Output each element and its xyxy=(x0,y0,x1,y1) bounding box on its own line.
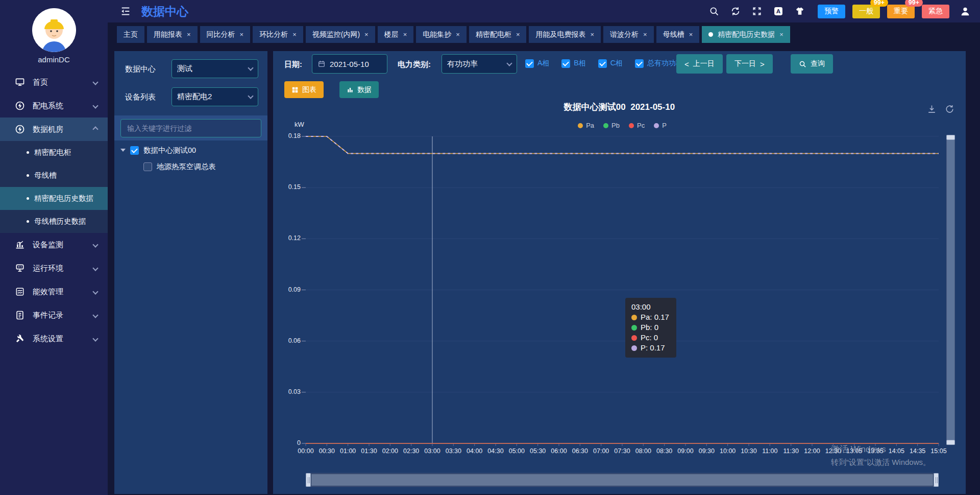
close-tab-icon[interactable]: × xyxy=(689,31,693,38)
close-tab-icon[interactable]: × xyxy=(292,31,297,38)
checkbox-icon[interactable] xyxy=(598,59,607,68)
phase-checkbox[interactable]: A相 xyxy=(525,59,549,68)
phase-checkbox[interactable]: 总有功功率 xyxy=(635,59,683,68)
tab[interactable]: 楼层× xyxy=(378,26,414,43)
collapse-menu-icon[interactable] xyxy=(120,6,131,17)
datazoom-right-handle[interactable] xyxy=(934,473,939,487)
checkbox-icon[interactable] xyxy=(525,59,534,68)
query-button[interactable]: 查询 xyxy=(791,54,833,74)
sidebar-item[interactable]: 运行环境 xyxy=(0,256,108,280)
fullscreen-icon[interactable] xyxy=(751,6,763,17)
close-tab-icon[interactable]: × xyxy=(403,31,407,38)
alarm-button[interactable]: 紧急 xyxy=(922,5,949,18)
legend-item[interactable]: Pb xyxy=(603,122,620,129)
datazoom-horizontal-slider[interactable] xyxy=(306,473,939,487)
tab[interactable]: 同比分析× xyxy=(200,26,251,43)
theme-icon[interactable] xyxy=(794,6,805,17)
tab-label: 环比分析 xyxy=(259,30,288,39)
alarm-button[interactable]: 重要99+ xyxy=(887,5,915,18)
x-tick-label: 07:30 xyxy=(614,447,630,455)
phase-checkbox[interactable]: B相 xyxy=(561,59,585,68)
close-tab-icon[interactable]: × xyxy=(456,31,460,38)
legend-label: P xyxy=(662,122,667,129)
tab[interactable]: 主页 xyxy=(117,26,144,43)
legend-item[interactable]: P xyxy=(654,122,667,129)
search-icon[interactable] xyxy=(708,6,720,17)
tree-expand-caret[interactable] xyxy=(120,149,126,152)
user-avatar[interactable] xyxy=(32,8,76,52)
tab[interactable]: 用能报表× xyxy=(147,26,198,43)
close-tab-icon[interactable]: × xyxy=(590,31,594,38)
event-icon xyxy=(14,310,26,321)
tree-filter-input[interactable] xyxy=(120,119,261,137)
refresh-icon[interactable] xyxy=(730,6,741,17)
sidebar-item[interactable]: 事件记录 xyxy=(0,303,108,327)
prev-day-button[interactable]: <上一日 xyxy=(676,54,723,74)
sidebar-item[interactable]: 系统设置 xyxy=(0,327,108,350)
tab[interactable]: 电能集抄× xyxy=(416,26,467,43)
close-tab-icon[interactable]: × xyxy=(364,31,369,38)
tree-node-checkbox[interactable] xyxy=(130,146,139,155)
sidebar-item[interactable]: 数据机房 xyxy=(0,117,108,141)
tooltip-value: P: 0.17 xyxy=(641,343,665,353)
device-select[interactable]: 精密配电2 xyxy=(172,87,258,106)
user-icon[interactable] xyxy=(960,6,971,17)
translate-icon[interactable]: A xyxy=(773,6,784,17)
tree-node-label: 数据中心测试00 xyxy=(143,146,196,155)
close-tab-icon[interactable]: × xyxy=(240,31,244,38)
close-tab-icon[interactable]: × xyxy=(187,31,191,38)
checkbox-icon[interactable] xyxy=(635,59,644,68)
tooltip-time: 03:00 xyxy=(631,302,669,312)
datazoom-bottom-handle[interactable] xyxy=(946,440,955,445)
tree-node-checkbox[interactable] xyxy=(143,162,152,171)
chart-view-button[interactable]: 图表 xyxy=(284,81,324,98)
data-view-button[interactable]: 数据 xyxy=(339,81,379,98)
tooltip-row: Pc: 0 xyxy=(631,333,669,343)
datazoom-selected-range[interactable] xyxy=(311,474,933,486)
sidebar-item[interactable]: 配电系统 xyxy=(0,94,108,117)
sidebar-subitem[interactable]: 精密配电历史数据 xyxy=(0,187,108,210)
datazoom-left-handle[interactable] xyxy=(306,473,311,487)
sidebar-subitem[interactable]: 精密配电柜 xyxy=(0,141,108,164)
close-tab-icon[interactable]: × xyxy=(516,31,520,38)
sidebar-item[interactable]: 能效管理 xyxy=(0,280,108,303)
tab[interactable]: 视频监控(内网)× xyxy=(306,26,375,43)
active-tab-dot xyxy=(708,32,713,37)
power-type-select[interactable]: 有功功率 xyxy=(442,54,517,74)
alarm-count-badge: 99+ xyxy=(905,0,923,7)
x-tick-label: 11:30 xyxy=(783,447,798,455)
alarm-button[interactable]: 一般99+ xyxy=(852,5,880,18)
y-axis-unit: kW xyxy=(295,121,304,128)
sidebar-item[interactable]: 设备监测 xyxy=(0,233,108,256)
legend-item[interactable]: Pa xyxy=(578,122,594,129)
tab[interactable]: 精密配电柜× xyxy=(469,26,527,43)
close-tab-icon[interactable]: × xyxy=(779,31,783,38)
sidebar-item-label: 设备监测 xyxy=(33,240,63,250)
legend-item[interactable]: Pc xyxy=(629,122,645,129)
checkbox-icon[interactable] xyxy=(561,59,570,68)
svg-text:A: A xyxy=(776,8,781,14)
tree-node[interactable]: 地源热泵空调总表 xyxy=(114,158,267,175)
phase-checkbox[interactable]: C相 xyxy=(598,59,623,68)
close-tab-icon[interactable]: × xyxy=(643,31,647,38)
date-input[interactable]: 2021-05-10 xyxy=(312,54,387,74)
line-chart[interactable] xyxy=(273,51,966,494)
datazoom-top-handle[interactable] xyxy=(946,135,955,140)
refresh-chart-icon[interactable] xyxy=(945,104,954,114)
alarm-button[interactable]: 预警 xyxy=(818,5,845,18)
sidebar-subitem[interactable]: 母线槽历史数据 xyxy=(0,210,108,233)
chevron-down-icon xyxy=(92,289,98,294)
download-icon[interactable] xyxy=(927,104,937,114)
datazoom-vertical-slider[interactable] xyxy=(946,135,955,445)
alarm-button-label: 一般 xyxy=(859,7,873,16)
tab[interactable]: 环比分析× xyxy=(253,26,303,43)
tab[interactable]: 母线槽× xyxy=(656,26,700,43)
tab[interactable]: 谐波分析× xyxy=(603,26,654,43)
tab[interactable]: 精密配电历史数据× xyxy=(702,26,790,43)
datacenter-select[interactable]: 测试 xyxy=(172,59,258,78)
sidebar-subitem[interactable]: 母线槽 xyxy=(0,164,108,187)
tree-node[interactable]: 数据中心测试00 xyxy=(114,142,267,158)
next-day-button[interactable]: 下一日> xyxy=(726,54,773,74)
sidebar-item[interactable]: 首页 xyxy=(0,70,108,94)
tab[interactable]: 用能及电费报表× xyxy=(529,26,601,43)
